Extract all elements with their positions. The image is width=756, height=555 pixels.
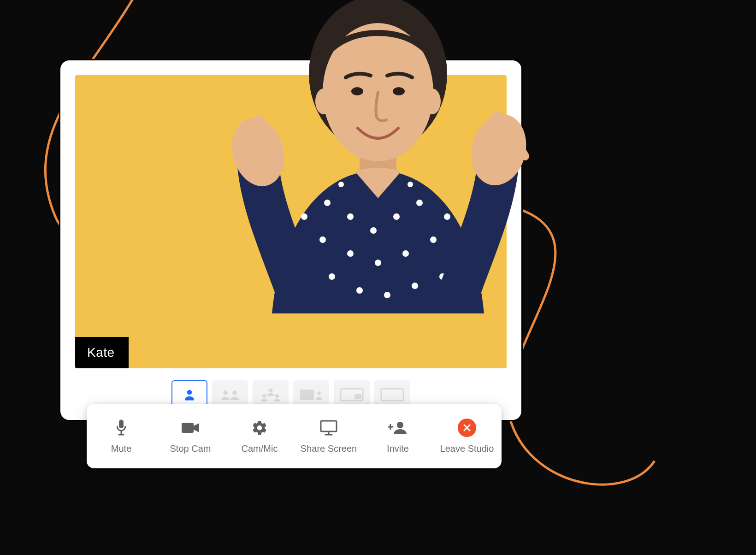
add-person-icon	[388, 419, 408, 437]
svg-point-0	[187, 390, 192, 395]
svg-point-4	[262, 394, 266, 398]
control-toolbar: Mute Stop Cam Cam/Mic Share Screen Invit…	[87, 404, 502, 468]
participant-name-badge: Kate	[75, 337, 129, 368]
invite-button[interactable]: Invite	[363, 404, 432, 468]
svg-point-7	[317, 391, 321, 395]
video-feed: Kate	[75, 75, 507, 368]
share-screen-label: Share Screen	[301, 443, 357, 454]
microphone-icon	[114, 419, 128, 437]
cam-mic-settings-button[interactable]: Cam/Mic	[225, 404, 294, 468]
svg-rect-52	[321, 421, 337, 431]
svg-rect-10	[381, 389, 403, 401]
camera-icon	[181, 419, 200, 437]
leave-studio-button[interactable]: Leave Studio	[432, 404, 502, 468]
svg-rect-51	[182, 423, 194, 433]
svg-point-3	[269, 389, 273, 393]
svg-rect-48	[119, 419, 124, 428]
studio-window: Kate	[59, 59, 523, 421]
svg-rect-9	[354, 394, 361, 399]
svg-point-5	[275, 394, 279, 398]
participant-name: Kate	[87, 345, 115, 360]
leave-studio-label: Leave Studio	[440, 443, 494, 454]
svg-point-55	[397, 422, 403, 428]
close-icon	[458, 419, 476, 437]
mute-label: Mute	[111, 443, 131, 454]
svg-point-2	[232, 390, 237, 395]
svg-point-1	[223, 390, 228, 395]
share-screen-button[interactable]: Share Screen	[294, 404, 363, 468]
mute-button[interactable]: Mute	[87, 404, 156, 468]
cam-mic-label: Cam/Mic	[242, 443, 278, 454]
gear-icon	[251, 419, 268, 437]
stop-cam-button[interactable]: Stop Cam	[156, 404, 225, 468]
invite-label: Invite	[387, 443, 409, 454]
stop-cam-label: Stop Cam	[170, 443, 211, 454]
svg-rect-6	[300, 390, 314, 400]
monitor-icon	[319, 419, 338, 437]
